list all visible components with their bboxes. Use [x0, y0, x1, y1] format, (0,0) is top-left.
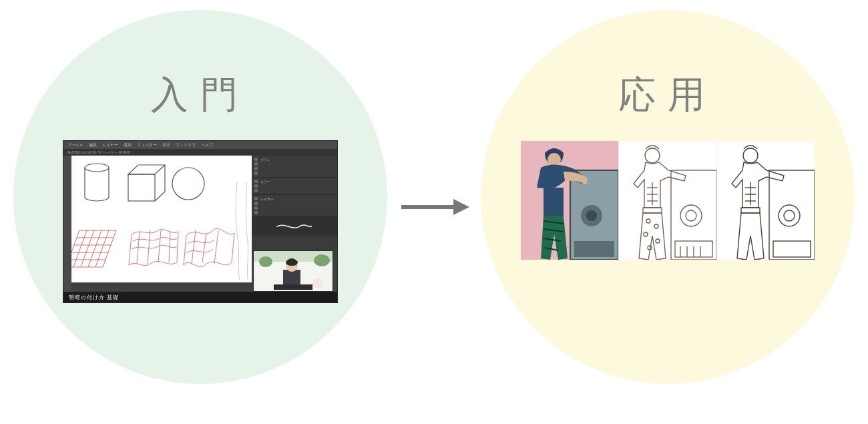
panel-layers: レイヤー: [252, 195, 337, 217]
editor-side-panels: ブラシ カラー レイヤー: [252, 156, 337, 254]
svg-rect-5: [71, 230, 116, 267]
svg-point-16: [259, 256, 272, 267]
stage-advanced: 応用: [481, 10, 855, 384]
shape-cylinder: [85, 164, 109, 201]
shape-grid-flat: [71, 230, 116, 267]
arrow-progression-icon: [397, 194, 471, 220]
illustration-painted: [521, 141, 619, 260]
svg-point-30: [548, 153, 561, 166]
panel-label: カラー: [260, 180, 270, 184]
shape-grid-wave-1: [129, 229, 178, 265]
svg-point-17: [314, 254, 330, 266]
illustration-variants: [521, 141, 815, 260]
stage-beginner: 入門 ファイル 編集 レイヤー 選択 フィルター 表示 ウィンドウ ヘルプ 基礎…: [13, 10, 387, 384]
instructor-video-pip: [253, 250, 333, 292]
panel-brush: ブラシ: [252, 156, 337, 178]
panel-color: カラー: [252, 178, 337, 195]
svg-marker-23: [453, 199, 469, 215]
diagram-stage: 入門 ファイル 編集 レイヤー 選択 フィルター 表示 ウィンドウ ヘルプ 基礎…: [0, 0, 868, 424]
editor-canvas: [71, 156, 252, 282]
svg-rect-56: [717, 141, 815, 260]
brush-stroke-preview: [252, 217, 337, 236]
svg-line-11: [81, 230, 94, 267]
illustration-lineart-clean: [717, 141, 815, 260]
advanced-thumbnail: [481, 141, 855, 260]
shape-leg: [236, 182, 248, 280]
stage-beginner-title: 入門: [151, 70, 250, 121]
shape-grid-wave-2: [184, 228, 234, 266]
svg-rect-29: [574, 241, 614, 257]
svg-point-4: [172, 168, 204, 200]
svg-point-0: [85, 164, 109, 172]
svg-rect-3: [128, 174, 155, 201]
svg-rect-36: [619, 141, 716, 260]
svg-point-21: [312, 278, 323, 288]
svg-rect-31: [544, 188, 564, 218]
svg-point-28: [586, 210, 597, 221]
illustration-lineart-shaded: [619, 141, 717, 260]
shape-cube: [128, 165, 165, 201]
svg-line-10: [73, 230, 87, 267]
stage-advanced-title: 応用: [618, 70, 717, 121]
editor-screenshot: ファイル 編集 レイヤー 選択 フィルター 表示 ウィンドウ ヘルプ 基礎課題.…: [63, 141, 337, 302]
beginner-thumbnail: ファイル 編集 レイヤー 選択 フィルター 表示 ウィンドウ ヘルプ 基礎課題.…: [13, 141, 387, 302]
panel-label: ブラシ: [260, 158, 270, 162]
svg-rect-20: [274, 284, 312, 290]
panel-label: レイヤー: [260, 197, 274, 201]
shape-sphere: [172, 168, 204, 200]
svg-line-13: [95, 230, 109, 267]
svg-line-12: [88, 230, 101, 267]
editor-tool-palette: [63, 156, 71, 292]
editor-footer-caption: 明暗の付け方 基礎: [63, 292, 337, 302]
